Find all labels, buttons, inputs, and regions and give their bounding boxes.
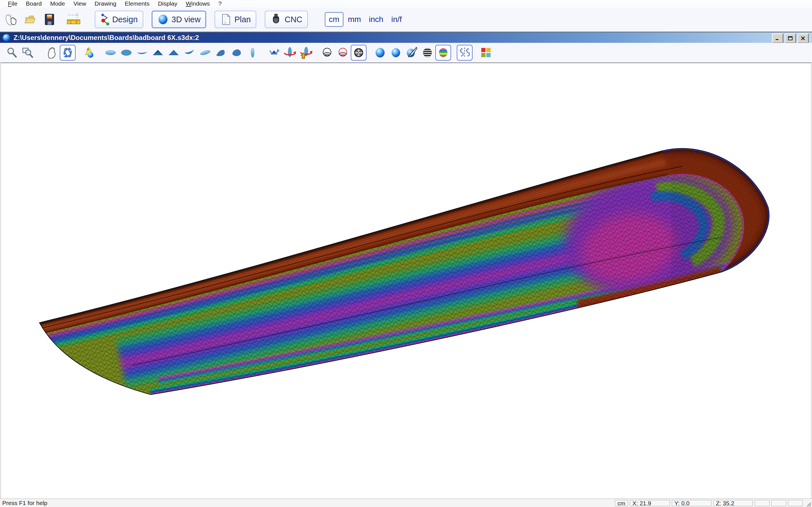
render-solid-button[interactable] (372, 45, 388, 61)
cnc-bit-icon (270, 13, 282, 25)
turn-vertical-button[interactable] (266, 45, 282, 61)
view-top-icon (104, 47, 117, 59)
menu-[interactable]: ? (214, 0, 226, 7)
render-smooth-button[interactable] (388, 45, 404, 61)
main-toolbar: 1 0 Design 3D view Plan (0, 7, 812, 32)
document-title-bar[interactable]: Z:\Users\dennery\Documents\Boards\badboa… (0, 32, 812, 43)
view-rocker-button[interactable] (134, 45, 150, 61)
view-bottom-button[interactable] (118, 45, 134, 61)
status-panel-empty-3 (788, 500, 803, 506)
toggle-symmetry-button[interactable] (457, 45, 472, 61)
status-panel-empty-1 (755, 500, 769, 506)
wireframe-slices-button[interactable] (335, 45, 351, 61)
view-iso-3-button[interactable] (213, 45, 229, 61)
color-palette-button[interactable] (478, 45, 494, 61)
render-painted-icon (405, 46, 418, 59)
view-top-button[interactable] (103, 45, 118, 61)
hand-cursor-icon (11, 17, 16, 24)
zoom-button[interactable] (4, 45, 20, 61)
menu-drawing[interactable]: Drawing (91, 0, 121, 7)
menu-mode[interactable]: Mode (46, 0, 69, 7)
view-side-button[interactable] (245, 45, 260, 61)
document-title: Z:\Users\dennery\Documents\Boards\badboa… (13, 34, 199, 42)
resize-grip[interactable] (805, 500, 811, 507)
menu-windows[interactable]: Windows (182, 0, 214, 7)
menu-display[interactable]: Display (154, 0, 182, 7)
open-folder-icon (23, 12, 37, 26)
render-light-button[interactable]: A (81, 45, 97, 61)
plan-icon (220, 13, 232, 25)
render-solid-icon (374, 47, 386, 59)
measurements-button[interactable]: 1 0 (65, 11, 82, 27)
render-contour-button[interactable] (419, 45, 435, 61)
svg-text:1: 1 (70, 21, 71, 24)
save-button[interactable] (41, 11, 57, 27)
view-iso-4-icon (231, 47, 243, 59)
plan-mode-button[interactable]: Plan (214, 11, 256, 28)
unit-selector: cm mm inch in/f (325, 12, 405, 27)
view-front-button[interactable] (166, 45, 182, 61)
view-iso-1-icon (183, 47, 196, 59)
new-board-button[interactable] (3, 11, 19, 27)
menu-board[interactable]: Board (22, 0, 46, 7)
unit-inf[interactable]: in/f (388, 13, 405, 26)
svg-text:A: A (87, 48, 89, 51)
pan-button[interactable] (44, 45, 60, 61)
symmetry-icon (458, 47, 471, 59)
status-x-coordinate: X: 21.9 (630, 500, 670, 506)
unit-cm[interactable]: cm (325, 12, 343, 27)
view-front-dark-button[interactable] (150, 45, 166, 61)
view-rocker-icon (136, 47, 149, 59)
render-curvature-button[interactable] (435, 45, 451, 61)
turn-horizontal-icon (283, 46, 297, 59)
3d-viewport[interactable] (1, 62, 811, 499)
status-unit: cm (615, 500, 628, 506)
render-smooth-icon (390, 47, 402, 59)
maximize-button[interactable] (784, 34, 796, 43)
unit-mm[interactable]: mm (345, 13, 364, 26)
render-painted-button[interactable] (404, 45, 419, 61)
menu-view[interactable]: View (69, 0, 90, 7)
svg-text:0: 0 (75, 21, 77, 24)
turn-horizontal-button[interactable] (282, 45, 298, 61)
view-toolbar: A (0, 43, 812, 62)
status-z-coordinate: Z: 35.2 (713, 500, 753, 506)
design-mode-button[interactable]: Design (95, 11, 143, 28)
cnc-mode-button[interactable]: CNC (265, 11, 308, 28)
wireframe-mesh-button[interactable] (351, 45, 366, 61)
wireframe-button[interactable] (319, 45, 335, 61)
view-iso-2-button[interactable] (197, 45, 213, 61)
window-controls (772, 34, 809, 43)
view-iso-4-button[interactable] (229, 45, 245, 61)
status-panel-empty-2 (771, 500, 786, 506)
rotate-3d-icon (61, 47, 74, 59)
view-iso-3-icon (214, 47, 227, 59)
zoom-window-button[interactable] (20, 45, 36, 61)
wireframe-slices-icon (337, 47, 349, 59)
view-iso-1-button[interactable] (182, 45, 197, 61)
menu-file[interactable]: File (4, 0, 22, 7)
view-front-icon (167, 47, 180, 59)
close-button[interactable] (797, 34, 809, 43)
rotate-3d-button[interactable] (60, 45, 75, 61)
view-side-icon (246, 47, 259, 59)
open-button[interactable] (22, 11, 38, 27)
render-curvature-icon (437, 47, 449, 59)
mesh-wireframe-side (42, 174, 744, 395)
status-help-text: Press F1 for help (2, 500, 615, 506)
minimize-icon (775, 36, 780, 41)
maximize-icon (788, 36, 793, 41)
zoom-window-icon (21, 47, 34, 59)
3d-view-mode-button[interactable]: 3D view (152, 11, 206, 28)
menu-elements[interactable]: Elements (121, 0, 154, 7)
close-icon (800, 36, 806, 41)
wireframe-mesh-icon (352, 47, 365, 59)
cnc-label: CNC (285, 15, 302, 24)
turn-step-button[interactable] (298, 45, 313, 61)
minimize-button[interactable] (772, 34, 783, 43)
design-label: Design (112, 15, 138, 24)
light-icon: A (83, 47, 95, 59)
unit-inch[interactable]: inch (365, 13, 387, 26)
document-sphere-icon (2, 34, 11, 42)
color-palette-icon (480, 47, 492, 59)
